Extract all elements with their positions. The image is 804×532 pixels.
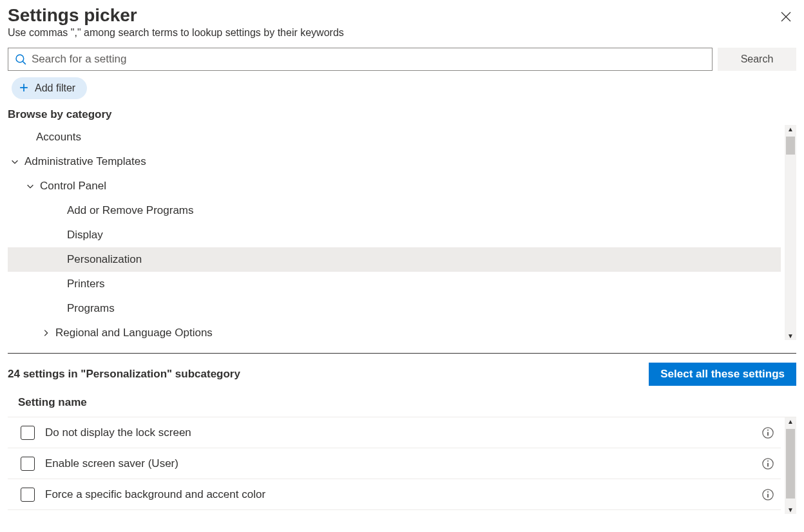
- svg-point-12: [767, 491, 769, 492]
- tree-item-label: Display: [67, 229, 103, 242]
- select-all-button[interactable]: Select all these settings: [649, 363, 796, 386]
- chevron-right-icon[interactable]: [39, 328, 53, 337]
- info-icon[interactable]: [761, 457, 774, 470]
- setting-row[interactable]: Enable screen saver (User): [8, 448, 781, 479]
- setting-row[interactable]: Do not display the lock screen: [8, 417, 781, 448]
- tree-item-label: Add or Remove Programs: [67, 204, 194, 217]
- tree-item[interactable]: Control Panel: [8, 174, 781, 198]
- browse-heading: Browse by category: [8, 108, 796, 121]
- tree-item[interactable]: Programs: [8, 296, 781, 321]
- scroll-down-icon[interactable]: ▼: [787, 332, 794, 340]
- scroll-thumb[interactable]: [786, 429, 795, 499]
- tree-item[interactable]: Accounts: [8, 125, 781, 149]
- tree-item[interactable]: Regional and Language Options: [8, 321, 781, 340]
- search-button[interactable]: Search: [718, 48, 796, 71]
- tree-item-label: Printers: [67, 278, 105, 290]
- section-divider: [8, 353, 796, 354]
- tree-item[interactable]: Administrative Templates: [8, 149, 781, 174]
- settings-list: Do not display the lock screenEnable scr…: [8, 417, 781, 514]
- tree-item-label: Personalization: [67, 253, 142, 266]
- tree-item[interactable]: Display: [8, 223, 781, 247]
- tree-item-label: Regional and Language Options: [55, 327, 213, 339]
- info-icon[interactable]: [761, 488, 774, 501]
- search-box[interactable]: [8, 48, 713, 71]
- scroll-down-icon[interactable]: ▼: [787, 506, 794, 514]
- tree-item[interactable]: Printers: [8, 272, 781, 296]
- close-button[interactable]: [774, 5, 798, 28]
- tree-item-label: Control Panel: [40, 180, 106, 193]
- scroll-thumb[interactable]: [786, 137, 795, 155]
- category-tree: AccountsAdministrative TemplatesControl …: [8, 125, 781, 340]
- chevron-down-icon[interactable]: [23, 182, 37, 191]
- scroll-up-icon[interactable]: ▲: [787, 125, 794, 133]
- setting-row[interactable]: Force a specific background and accent c…: [8, 479, 781, 510]
- add-filter-button[interactable]: + Add filter: [12, 77, 87, 99]
- results-summary: 24 settings in "Personalization" subcate…: [8, 368, 240, 381]
- setting-checkbox[interactable]: [21, 457, 35, 471]
- info-icon[interactable]: [761, 426, 774, 439]
- chevron-down-icon[interactable]: [8, 157, 22, 166]
- tree-scrollbar[interactable]: ▲ ▼: [785, 125, 796, 340]
- panel-subtitle: Use commas "," among search terms to loo…: [8, 27, 344, 39]
- tree-item[interactable]: Personalization: [8, 247, 781, 272]
- close-icon: [781, 12, 791, 22]
- setting-label: Force a specific background and accent c…: [45, 488, 761, 501]
- column-header-setting-name[interactable]: Setting name: [8, 391, 796, 417]
- svg-point-9: [767, 460, 769, 461]
- setting-label: Do not display the lock screen: [45, 426, 761, 439]
- panel-title: Settings picker: [8, 5, 344, 26]
- tree-item-label: Accounts: [36, 131, 81, 144]
- plus-icon: +: [19, 80, 28, 95]
- svg-point-6: [767, 429, 769, 430]
- setting-checkbox[interactable]: [21, 488, 35, 502]
- svg-line-3: [23, 61, 26, 64]
- tree-item-label: Programs: [67, 302, 115, 315]
- setting-label: Enable screen saver (User): [45, 457, 761, 470]
- search-input[interactable]: [26, 52, 705, 66]
- tree-item-label: Administrative Templates: [24, 155, 146, 168]
- rows-scrollbar[interactable]: ▲ ▼: [785, 417, 796, 514]
- svg-point-2: [16, 55, 24, 62]
- scroll-up-icon[interactable]: ▲: [787, 417, 794, 426]
- tree-item[interactable]: Add or Remove Programs: [8, 198, 781, 223]
- search-icon: [15, 53, 26, 65]
- setting-checkbox[interactable]: [21, 426, 35, 440]
- add-filter-label: Add filter: [35, 82, 75, 94]
